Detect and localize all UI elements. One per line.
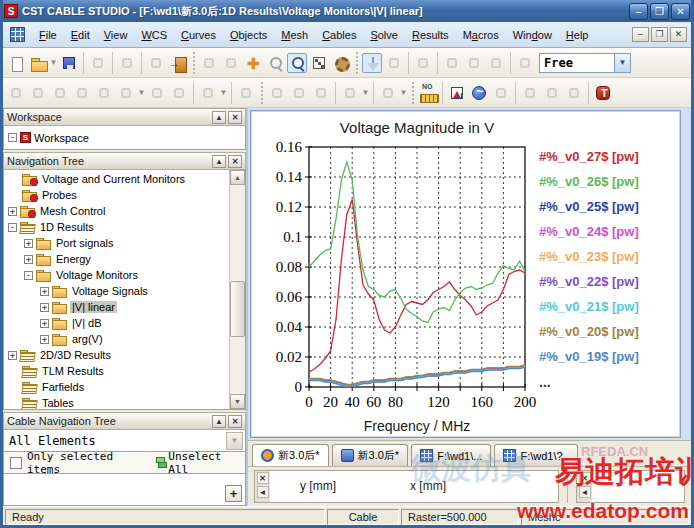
- curve-tools-icon-dropdown[interactable]: ▼: [137, 83, 146, 103]
- bounding-box-icon[interactable]: [491, 83, 511, 103]
- menu-results[interactable]: Results: [405, 25, 456, 45]
- print-icon[interactable]: [88, 53, 108, 73]
- expand-all-button[interactable]: +: [225, 485, 242, 502]
- menu-view[interactable]: View: [97, 25, 135, 45]
- pick-arrow-icon[interactable]: [564, 83, 584, 103]
- tree-item[interactable]: +arg(V): [4, 331, 229, 347]
- close-icon[interactable]: ✕: [257, 472, 269, 484]
- scroll-up-icon[interactable]: ▲: [230, 170, 245, 185]
- close-icon[interactable]: ✕: [228, 415, 242, 428]
- open-icon-dropdown[interactable]: ▼: [49, 53, 58, 73]
- scroll-down-icon[interactable]: ▼: [230, 394, 245, 409]
- new-icon[interactable]: [6, 53, 26, 73]
- tree-expander[interactable]: +: [40, 303, 49, 312]
- tree-item[interactable]: +|V| dB: [4, 315, 229, 331]
- cone-icon[interactable]: [72, 83, 92, 103]
- menu-solve[interactable]: Solve: [363, 25, 405, 45]
- collapse-left-icon[interactable]: ◄: [257, 486, 269, 498]
- normal-axis-icon[interactable]: [362, 53, 382, 73]
- tree-item[interactable]: Probes: [4, 187, 229, 203]
- close-button[interactable]: ✕: [671, 3, 690, 20]
- pick-face-icon[interactable]: [486, 53, 506, 73]
- waffle-icon[interactable]: [10, 27, 25, 42]
- menu-file[interactable]: File: [32, 25, 64, 45]
- pick-edge-icon[interactable]: [464, 53, 484, 73]
- rotate-view-icon[interactable]: [199, 53, 219, 73]
- boolean-icon[interactable]: [236, 83, 256, 103]
- maximize-button[interactable]: ❐: [650, 3, 669, 20]
- menu-cables[interactable]: Cables: [315, 25, 363, 45]
- zoom-in-icon[interactable]: [287, 53, 307, 73]
- group-icon-dropdown[interactable]: ▼: [399, 83, 408, 103]
- tree-expander[interactable]: +: [8, 351, 17, 360]
- material-icon[interactable]: [198, 83, 218, 103]
- tree-expander[interactable]: +: [8, 207, 17, 216]
- menu-curves[interactable]: Curves: [174, 25, 223, 45]
- unselect-all-icon[interactable]: [156, 457, 165, 468]
- open-icon[interactable]: [28, 53, 48, 73]
- align-icon[interactable]: [289, 83, 309, 103]
- tree-item[interactable]: +Voltage Signals: [4, 283, 229, 299]
- wireframe-icon[interactable]: [413, 53, 433, 73]
- close-icon[interactable]: ✕: [228, 111, 242, 124]
- menu-macros[interactable]: Macros: [456, 25, 506, 45]
- tree-item[interactable]: +Energy: [4, 251, 229, 267]
- fit-view-icon[interactable]: [309, 53, 329, 73]
- menu-wcs[interactable]: WCS: [134, 25, 174, 45]
- view-mode-select[interactable]: Free▼: [539, 53, 631, 73]
- tree-expander[interactable]: -: [8, 133, 17, 142]
- tree-expander[interactable]: +: [40, 335, 49, 344]
- scroll-thumb[interactable]: [230, 281, 245, 337]
- measure-units-icon[interactable]: [418, 83, 438, 103]
- tree-item[interactable]: +2D/3D Results: [4, 347, 229, 363]
- chevron-down-icon[interactable]: ▼: [614, 54, 630, 72]
- torus-icon[interactable]: [94, 83, 114, 103]
- zoom-out-icon[interactable]: [265, 53, 285, 73]
- tree-item[interactable]: +Port signals: [4, 235, 229, 251]
- extrude-icon[interactable]: [147, 83, 167, 103]
- paste-icon[interactable]: [340, 83, 360, 103]
- mdi-minimize-button[interactable]: –: [632, 27, 649, 42]
- cylinder-icon[interactable]: [50, 83, 70, 103]
- document-tab-4[interactable]: F:\wd1\?..: [494, 444, 577, 466]
- blend-icon[interactable]: [311, 83, 331, 103]
- pan-view-icon[interactable]: [243, 53, 263, 73]
- paste-icon-dropdown[interactable]: ▼: [361, 83, 370, 103]
- tree-expander[interactable]: +: [24, 255, 33, 264]
- tree-item[interactable]: +|V| linear: [4, 299, 229, 315]
- mdi-close-button[interactable]: ✕: [670, 27, 687, 42]
- pick-point-icon[interactable]: [442, 53, 462, 73]
- grid-icon[interactable]: [384, 53, 404, 73]
- minimize-button[interactable]: –: [629, 3, 648, 20]
- save-icon[interactable]: [59, 53, 79, 73]
- render-mode-icon[interactable]: [331, 53, 351, 73]
- template-postprocessing-icon[interactable]: [593, 83, 613, 103]
- transform-icon[interactable]: [267, 83, 287, 103]
- close-icon[interactable]: ✕: [228, 155, 242, 168]
- farfield-icon[interactable]: [542, 83, 562, 103]
- document-tab-2[interactable]: 新3.0后*: [332, 444, 409, 466]
- plot-properties-icon[interactable]: [146, 53, 166, 73]
- only-selected-checkbox[interactable]: [10, 457, 22, 469]
- menu-edit[interactable]: Edit: [64, 25, 97, 45]
- brick-icon[interactable]: [6, 83, 26, 103]
- loft-icon[interactable]: [169, 83, 189, 103]
- history-icon[interactable]: [515, 53, 535, 73]
- material-icon-dropdown[interactable]: ▼: [219, 83, 228, 103]
- tree-item[interactable]: -1D Results: [4, 219, 229, 235]
- tree-item[interactable]: Farfields: [4, 379, 229, 395]
- tree-scrollbar[interactable]: ▲ ▼: [229, 170, 245, 409]
- group-icon[interactable]: [378, 83, 398, 103]
- tree-item[interactable]: TLM Results: [4, 363, 229, 379]
- spin-view-icon[interactable]: [221, 53, 241, 73]
- tree-expander[interactable]: -: [24, 271, 33, 280]
- sphere-icon[interactable]: [28, 83, 48, 103]
- close-icon[interactable]: ✕: [579, 472, 591, 484]
- tree-expander[interactable]: -: [8, 223, 17, 232]
- collapse-left-icon[interactable]: ◄: [579, 486, 591, 498]
- menu-window[interactable]: Window: [506, 25, 559, 45]
- menu-help[interactable]: Help: [559, 25, 596, 45]
- mdi-restore-button[interactable]: ❐: [651, 27, 668, 42]
- curve-tools-icon[interactable]: [116, 83, 136, 103]
- collapse-icon[interactable]: ▴: [212, 111, 226, 124]
